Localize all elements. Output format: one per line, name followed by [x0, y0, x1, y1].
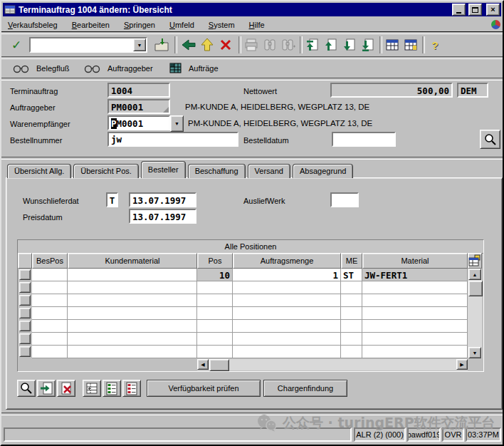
cell-me[interactable]	[341, 333, 362, 346]
select-all-rows-button[interactable]	[103, 380, 121, 397]
position-select-button[interactable]	[83, 380, 101, 397]
cell-material[interactable]	[362, 281, 468, 294]
cell-kundenmaterial[interactable]	[68, 346, 197, 358]
col-pos[interactable]: Pos	[197, 253, 233, 269]
horizontal-scroll-thumb[interactable]	[209, 359, 229, 371]
bestellnummer-input[interactable]	[107, 132, 238, 147]
cell-bespos[interactable]	[32, 320, 68, 333]
row-select-button[interactable]	[19, 282, 31, 293]
cell-bespos[interactable]	[32, 269, 68, 281]
cell-material[interactable]: JW-FERT1	[362, 269, 468, 281]
cell-pos[interactable]	[197, 333, 233, 346]
table-view-button[interactable]	[384, 36, 401, 53]
scroll-right-button[interactable]: ▶	[456, 359, 468, 370]
menu-verkaufsbeleg[interactable]: Verkaufsbeleg	[8, 21, 58, 29]
tab-uebersicht-allg[interactable]: Übersicht Allg.	[7, 164, 71, 178]
belegfluss-button[interactable]: Belegfluß	[10, 60, 72, 77]
help-button[interactable]: ?	[426, 36, 443, 53]
cell-kundenmaterial[interactable]	[68, 333, 197, 346]
row-select-button[interactable]	[19, 333, 31, 344]
auftraggeber-button[interactable]: Auftraggeber	[81, 60, 156, 77]
row-select-button[interactable]	[19, 308, 31, 318]
col-me[interactable]: ME	[341, 253, 362, 269]
ausliefwerk-input[interactable]	[330, 192, 359, 207]
scroll-up-button[interactable]: ▲	[468, 269, 481, 280]
horizontal-scrollbar[interactable]: ◀ ▶	[197, 359, 468, 370]
row-select-button[interactable]	[19, 346, 31, 357]
cell-bespos[interactable]	[32, 346, 68, 358]
warenempfaenger-dropdown-button[interactable]: ▼	[170, 115, 184, 132]
cell-me[interactable]	[341, 281, 362, 294]
tab-besteller[interactable]: Besteller	[141, 161, 186, 178]
terminauftrag-field[interactable]: 1004	[107, 83, 170, 98]
cell-kundenmaterial[interactable]	[68, 294, 197, 307]
cell-auftragsmenge[interactable]	[233, 281, 341, 294]
command-dropdown-button[interactable]: ▼	[133, 38, 146, 51]
auftraggeber-field[interactable]: PM0001	[107, 99, 170, 114]
cell-me[interactable]: ST	[341, 269, 362, 281]
cell-pos[interactable]: 10	[197, 269, 233, 281]
cell-material[interactable]	[362, 307, 468, 320]
maximize-button[interactable]	[468, 4, 482, 16]
tab-beschaffung[interactable]: Beschaffung	[188, 164, 246, 178]
table-settings-button[interactable]	[402, 36, 419, 53]
preisdatum-date-field[interactable]: 13.07.1997	[129, 209, 196, 224]
row-select-button[interactable]	[19, 321, 31, 331]
cell-me[interactable]	[341, 307, 362, 320]
cell-material[interactable]	[362, 320, 468, 333]
cell-auftragsmenge[interactable]	[233, 307, 341, 320]
cell-auftragsmenge[interactable]: 1	[233, 269, 341, 281]
menu-bearbeiten[interactable]: Bearbeiten	[72, 21, 110, 29]
select-all-header[interactable]	[18, 253, 32, 269]
cell-me[interactable]	[341, 346, 362, 358]
vertical-scroll-thumb[interactable]	[468, 281, 483, 296]
col-material[interactable]: Material	[362, 253, 468, 269]
cell-auftragsmenge[interactable]	[233, 294, 341, 307]
col-auftragsmenge[interactable]: Auftragsmenge	[233, 253, 341, 269]
tab-uebersicht-pos[interactable]: Übersicht Pos.	[73, 164, 139, 178]
title-bar[interactable]: Terminauftrag 1004 ändern: Übersicht ×	[3, 3, 501, 16]
command-input[interactable]	[31, 38, 133, 51]
warenempfaenger-field[interactable]: PM0001	[107, 115, 170, 130]
insert-row-button[interactable]	[37, 380, 56, 397]
cell-bespos[interactable]	[32, 294, 68, 307]
cell-bespos[interactable]	[32, 333, 68, 346]
next-page-button[interactable]	[341, 36, 358, 53]
back-button[interactable]	[180, 36, 197, 53]
row-select-button[interactable]	[19, 295, 31, 306]
cell-material[interactable]	[362, 294, 468, 307]
first-page-button[interactable]	[304, 36, 321, 53]
verfuegbarkeit-pruefen-button[interactable]: Verfügbarkeit prüfen	[147, 380, 261, 397]
chargenfindung-button[interactable]: Chargenfindung	[263, 380, 347, 397]
tab-versand[interactable]: Versand	[248, 164, 290, 178]
cell-bespos[interactable]	[32, 307, 68, 320]
cell-pos[interactable]	[197, 346, 233, 358]
detail-button[interactable]	[17, 380, 36, 397]
deselect-all-rows-button[interactable]	[122, 380, 141, 397]
cell-auftragsmenge[interactable]	[233, 333, 341, 346]
save-button[interactable]	[153, 36, 170, 53]
tab-absagegrund[interactable]: Absagegrund	[293, 164, 353, 178]
enter-button[interactable]: ✓	[8, 36, 25, 53]
cell-auftragsmenge[interactable]	[233, 346, 341, 358]
scroll-left-button[interactable]: ◀	[197, 359, 209, 370]
menu-hilfe[interactable]: Hilfe	[249, 21, 265, 29]
last-page-button[interactable]	[359, 36, 377, 53]
menu-system[interactable]: System	[209, 21, 235, 29]
cell-pos[interactable]	[197, 320, 233, 333]
auftraege-button[interactable]: Aufträge	[167, 60, 221, 77]
cell-kundenmaterial[interactable]	[68, 307, 197, 320]
cell-bespos[interactable]	[32, 281, 68, 294]
cell-pos[interactable]	[197, 307, 233, 320]
cancel-button[interactable]	[217, 36, 234, 53]
cell-kundenmaterial[interactable]	[68, 281, 197, 294]
close-button[interactable]: ×	[486, 4, 500, 16]
col-bespos[interactable]: BesPos	[32, 253, 68, 269]
cell-pos[interactable]	[197, 294, 233, 307]
delete-row-button[interactable]	[57, 380, 75, 397]
cell-kundenmaterial[interactable]	[68, 320, 197, 333]
wunschlieferdat-date-field[interactable]: 13.07.1997	[129, 192, 196, 207]
table-config-button[interactable]	[468, 253, 482, 269]
row-select-button[interactable]	[19, 269, 31, 280]
minimize-button[interactable]	[452, 4, 466, 16]
